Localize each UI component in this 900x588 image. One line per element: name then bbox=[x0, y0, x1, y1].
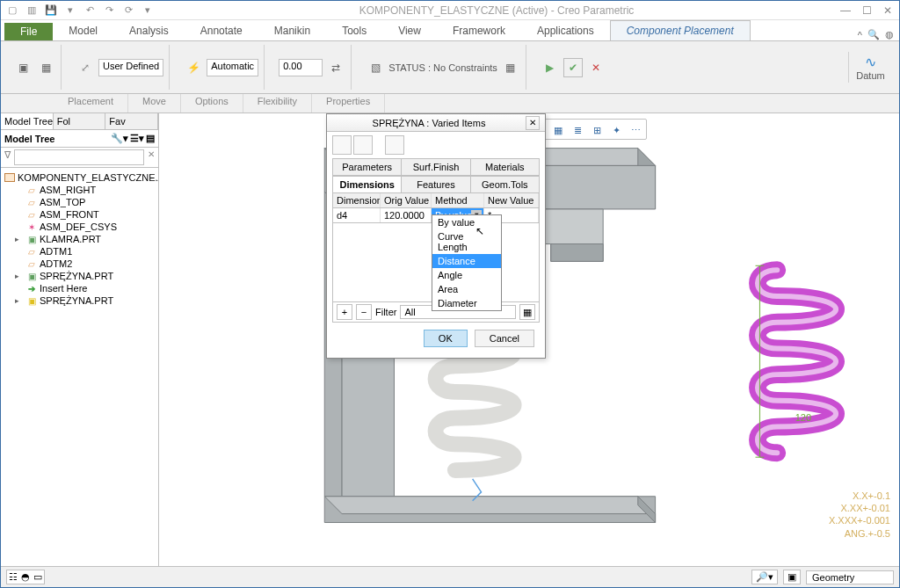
layers-icon[interactable]: ≣ bbox=[569, 121, 586, 139]
sidebar-tab-favorites[interactable]: Fav bbox=[105, 113, 158, 129]
model-tree[interactable]: KOMPONENTY_ELASTYCZNE.ASM ▱ASM_RIGHT ▱AS… bbox=[1, 168, 158, 566]
tree-item[interactable]: ▱ADTM2 bbox=[3, 258, 156, 270]
method-dropdown-list[interactable]: By value Curve Length Distance Angle Are… bbox=[432, 214, 502, 311]
search-icon[interactable]: 🔍 bbox=[867, 29, 880, 40]
ribbon-tab-annotate[interactable]: Annotate bbox=[185, 21, 258, 40]
dlg-tab-dimensions[interactable]: Dimensions bbox=[333, 177, 402, 192]
undo-icon[interactable]: ↶ bbox=[82, 3, 98, 18]
tree-settings-icon[interactable]: 🔧▾ bbox=[111, 133, 128, 144]
place-icon[interactable]: ▣ bbox=[13, 58, 33, 77]
subtab-placement[interactable]: Placement bbox=[54, 94, 128, 113]
cell-dim[interactable]: d4 bbox=[333, 208, 381, 222]
3d-viewport[interactable]: 🔍 ⊕ ⊖ ↻ ◫ ▥ ◳ ▦ ≣ ⊞ ✦ ⋯ 120 X.X+-0.1 X.X… bbox=[159, 113, 899, 566]
datum-panel[interactable]: ∿ Datum bbox=[848, 52, 892, 83]
col-dimension[interactable]: Dimension bbox=[333, 193, 381, 207]
new-icon[interactable]: ▢ bbox=[4, 3, 20, 18]
dlg-tool-2-icon[interactable] bbox=[353, 135, 373, 155]
status-toggle-icon[interactable]: ▦ bbox=[501, 58, 520, 77]
tree-item[interactable]: ▱ASM_RIGHT bbox=[3, 184, 156, 196]
add-button[interactable]: + bbox=[337, 304, 352, 320]
ok-check-icon[interactable]: ✔ bbox=[563, 58, 583, 77]
minimize-button[interactable]: — bbox=[838, 4, 853, 17]
dlg-tab-features[interactable]: Features bbox=[402, 177, 470, 192]
dialog-close-button[interactable]: ✕ bbox=[526, 116, 540, 130]
clear-filter-icon[interactable]: ✕ bbox=[148, 149, 155, 165]
selection-filter-dropdown[interactable]: Geometry bbox=[806, 570, 894, 584]
table-options-icon[interactable]: ▦ bbox=[519, 304, 535, 320]
sb-tool-1-icon[interactable]: ☷ bbox=[9, 571, 18, 583]
maximize-button[interactable]: ☐ bbox=[859, 4, 875, 17]
dlg-tab-materials[interactable]: Materials bbox=[471, 159, 539, 175]
regen-icon[interactable]: ⟳ bbox=[120, 3, 136, 18]
tree-item[interactable]: ▸▣SPRĘŻYNA.PRT bbox=[3, 270, 156, 282]
play-icon[interactable]: ▶ bbox=[541, 58, 560, 77]
tree-item-insert[interactable]: ➔Insert Here bbox=[3, 282, 156, 294]
flip-icon[interactable]: ⇄ bbox=[326, 58, 345, 77]
sb-tool-2-icon[interactable]: ◓ bbox=[21, 571, 30, 583]
dd-item-by-value[interactable]: By value bbox=[432, 215, 501, 229]
named-views-icon[interactable]: ▦ bbox=[549, 121, 567, 139]
col-new-value[interactable]: New Value bbox=[484, 193, 539, 207]
tree-search-input[interactable] bbox=[14, 149, 144, 165]
tree-item[interactable]: ▸▣SPRĘŻYNA.PRT bbox=[3, 294, 156, 307]
collapse-ribbon-icon[interactable]: ^ bbox=[858, 30, 862, 40]
ribbon-tab-component-placement[interactable]: Component Placement bbox=[610, 20, 751, 40]
dlg-tab-parameters[interactable]: Parameters bbox=[333, 159, 402, 175]
sidebar-tab-model-tree[interactable]: Model Tree bbox=[1, 113, 54, 129]
col-orig-value[interactable]: Orig Value bbox=[381, 193, 432, 207]
col-method[interactable]: Method bbox=[432, 193, 484, 207]
subtab-properties[interactable]: Properties bbox=[312, 94, 385, 113]
assemble-icon[interactable]: ▦ bbox=[36, 58, 55, 77]
ok-button[interactable]: OK bbox=[424, 330, 468, 347]
close-win-icon[interactable]: ▾ bbox=[140, 3, 156, 18]
remove-button[interactable]: − bbox=[356, 304, 372, 320]
tree-root[interactable]: KOMPONENTY_ELASTYCZNE.ASM bbox=[3, 171, 156, 184]
tree-item[interactable]: ✶ASM_DEF_CSYS bbox=[3, 221, 156, 233]
cancel-button[interactable]: Cancel bbox=[475, 330, 534, 347]
dlg-tab-geomtols[interactable]: Geom.Tols bbox=[471, 177, 539, 192]
find-icon[interactable]: 🔎▾ bbox=[751, 570, 778, 584]
sidebar-tab-folder[interactable]: Fol bbox=[54, 113, 106, 129]
dlg-tab-surffinish[interactable]: Surf.Finish bbox=[402, 159, 470, 175]
save-icon[interactable]: 💾 bbox=[43, 3, 59, 18]
offset-input[interactable]: 0.00 bbox=[279, 59, 323, 76]
dd-item-diameter[interactable]: Diameter bbox=[432, 296, 501, 310]
selection-filter-icon[interactable]: ▣ bbox=[783, 570, 801, 584]
automatic-dropdown[interactable]: Automatic bbox=[207, 59, 258, 76]
tree-item[interactable]: ▱ADTM1 bbox=[3, 245, 156, 258]
tree-show-icon[interactable]: ☰▾ bbox=[130, 133, 144, 144]
cell-orig[interactable]: 120.0000 bbox=[381, 208, 432, 222]
dlg-tool-1-icon[interactable] bbox=[332, 135, 352, 155]
ribbon-tab-manikin[interactable]: Manikin bbox=[258, 21, 326, 40]
subtab-options[interactable]: Options bbox=[181, 94, 243, 113]
ribbon-tab-model[interactable]: Model bbox=[53, 21, 113, 40]
dropdown-icon[interactable]: ▾ bbox=[62, 3, 78, 18]
sb-tool-3-icon[interactable]: ▭ bbox=[33, 571, 42, 583]
ribbon-tab-analysis[interactable]: Analysis bbox=[113, 21, 185, 40]
dd-item-distance[interactable]: Distance bbox=[432, 254, 501, 268]
dd-item-curve-length[interactable]: Curve Length bbox=[432, 229, 501, 254]
filter-icon[interactable]: ∇ bbox=[4, 149, 11, 165]
ribbon-tab-view[interactable]: View bbox=[382, 21, 437, 40]
tree-filter-icon[interactable]: ▤ bbox=[146, 133, 155, 144]
dd-item-angle[interactable]: Angle bbox=[432, 268, 501, 282]
spin-icon[interactable]: ✦ bbox=[607, 121, 625, 139]
cancel-x-icon[interactable]: ✕ bbox=[586, 58, 606, 77]
refsel-icon[interactable]: ⤢ bbox=[76, 58, 95, 77]
more-icon[interactable]: ⋯ bbox=[627, 121, 644, 139]
dlg-tool-3-icon[interactable] bbox=[385, 135, 404, 155]
redo-icon[interactable]: ↷ bbox=[101, 3, 117, 18]
tree-item[interactable]: ▱ASM_TOP bbox=[3, 196, 156, 208]
user-defined-dropdown[interactable]: User Defined bbox=[98, 59, 163, 76]
close-button[interactable]: ✕ bbox=[880, 4, 896, 17]
annot-icon[interactable]: ⊞ bbox=[588, 121, 606, 139]
file-tab[interactable]: File bbox=[4, 23, 53, 40]
ribbon-tab-framework[interactable]: Framework bbox=[437, 21, 521, 40]
ribbon-tab-applications[interactable]: Applications bbox=[521, 21, 610, 40]
ribbon-tab-tools[interactable]: Tools bbox=[326, 21, 382, 40]
open-icon[interactable]: ▥ bbox=[24, 3, 40, 18]
help-icon[interactable]: ◍ bbox=[885, 29, 894, 40]
subtab-move[interactable]: Move bbox=[128, 94, 181, 113]
tree-item[interactable]: ▱ASM_FRONT bbox=[3, 208, 156, 221]
dd-item-area[interactable]: Area bbox=[432, 282, 501, 296]
